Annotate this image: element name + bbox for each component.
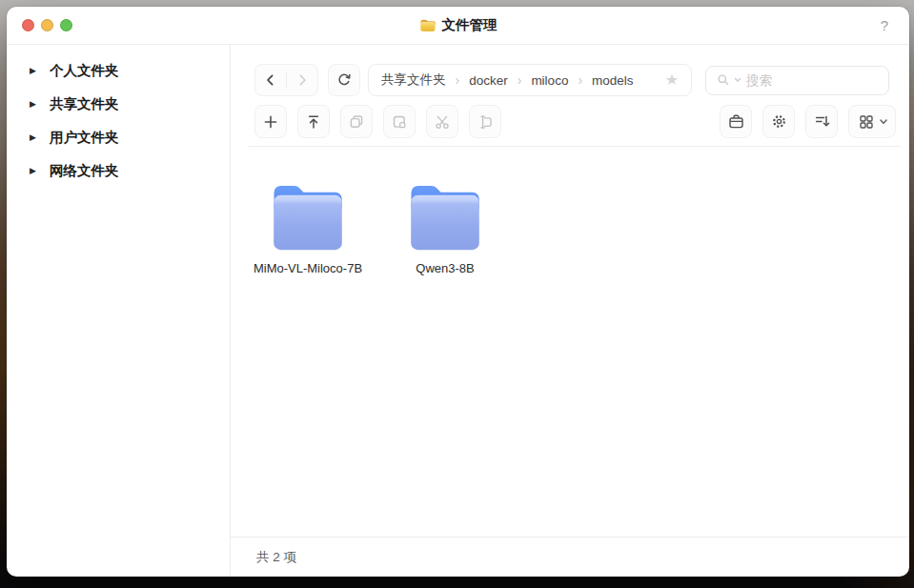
search-scope-caret-icon[interactable] (734, 77, 741, 83)
chevron-right-icon: ▶ (30, 133, 39, 142)
toolbox-button[interactable] (720, 105, 752, 138)
paste-icon (391, 113, 408, 131)
sidebar-item-label: 用户文件夹 (50, 129, 119, 147)
folder-name-label: Qwen3-8B (416, 261, 474, 275)
titlebar: 文件管理 ? (7, 7, 909, 45)
breadcrumb: 共享文件夹 › docker › miloco › models ★ (368, 64, 692, 96)
maximize-button[interactable] (60, 19, 72, 31)
breadcrumb-separator: › (518, 72, 522, 88)
folder-item-mimo-vl-miloco-7b[interactable]: MiMo-VL-Miloco-7B (239, 180, 376, 275)
rename-button[interactable] (469, 105, 501, 138)
back-button[interactable] (255, 65, 286, 95)
new-item-button[interactable] (254, 105, 287, 138)
chevron-right-icon: ▶ (30, 67, 39, 75)
grid-view-icon (858, 113, 875, 131)
file-grid: MiMo-VL-Miloco-7B Qwen3-8B (231, 147, 909, 537)
favorite-star-icon[interactable]: ★ (665, 72, 679, 88)
minimize-button[interactable] (41, 19, 53, 31)
settings-button[interactable] (762, 105, 795, 138)
cut-button[interactable] (426, 105, 458, 138)
navigation-row: 共享文件夹 › docker › miloco › models ★ (254, 64, 889, 96)
upload-button[interactable] (297, 105, 330, 138)
upload-icon (305, 113, 322, 131)
breadcrumb-item-shared-folder[interactable]: 共享文件夹 (381, 71, 446, 89)
sort-icon (813, 112, 831, 131)
folder-name-label: MiMo-VL-Miloco-7B (254, 261, 362, 275)
sidebar-item-shared-folder[interactable]: ▶ 共享文件夹 (7, 88, 230, 121)
chevron-right-icon: ▶ (30, 100, 39, 109)
item-count-text: 共 2 项 (256, 549, 296, 566)
toolbox-icon (727, 112, 745, 131)
copy-button[interactable] (340, 105, 373, 138)
refresh-button[interactable] (328, 64, 360, 96)
breadcrumb-separator: › (578, 72, 582, 88)
traffic-lights (22, 7, 72, 44)
sidebar: ▶ 个人文件夹 ▶ 共享文件夹 ▶ 用户文件夹 ▶ 网络文件夹 (7, 45, 231, 577)
chevron-right-icon (294, 71, 311, 89)
breadcrumb-item-miloco[interactable]: miloco (531, 73, 568, 88)
file-manager-window: 文件管理 ? ▶ 个人文件夹 ▶ 共享文件夹 ▶ 用户文件夹 ▶ 网络文件夹 (7, 7, 909, 577)
status-bar: 共 2 项 (231, 537, 909, 577)
refresh-icon (335, 71, 353, 89)
sidebar-item-label: 共享文件夹 (50, 95, 119, 113)
blue-folder-icon (408, 180, 482, 254)
chevron-down-icon (880, 119, 887, 125)
search-icon (716, 72, 731, 88)
chevron-left-icon (262, 71, 279, 89)
sidebar-item-user-folder[interactable]: ▶ 用户文件夹 (7, 121, 230, 154)
window-title-text: 文件管理 (442, 16, 498, 34)
sort-button[interactable] (805, 105, 838, 138)
main-panel: 共享文件夹 › docker › miloco › models ★ (231, 45, 909, 577)
window-title: 文件管理 (419, 16, 498, 34)
chevron-right-icon: ▶ (30, 167, 39, 175)
toolbar (254, 105, 896, 138)
history-button-group (254, 64, 318, 96)
blue-folder-icon (271, 180, 345, 254)
folder-item-qwen3-8b[interactable]: Qwen3-8B (376, 180, 514, 275)
search-input[interactable] (744, 72, 879, 89)
cut-scissors-icon (434, 113, 451, 131)
search-box (705, 66, 889, 95)
breadcrumb-separator: › (456, 72, 460, 88)
sidebar-item-label: 网络文件夹 (50, 162, 119, 180)
help-button[interactable]: ? (881, 7, 888, 44)
view-mode-button[interactable] (848, 105, 896, 138)
yellow-folder-icon (419, 18, 436, 32)
sidebar-item-personal-folder[interactable]: ▶ 个人文件夹 (7, 54, 230, 88)
breadcrumb-item-docker[interactable]: docker (469, 73, 508, 88)
view-tools-group (720, 105, 896, 138)
paste-button[interactable] (383, 105, 416, 138)
forward-button[interactable] (287, 65, 317, 95)
settings-gear-icon (770, 112, 788, 131)
plus-icon (262, 113, 279, 131)
breadcrumb-item-models[interactable]: models (592, 73, 634, 88)
rename-icon (477, 113, 494, 131)
close-button[interactable] (22, 19, 34, 31)
sidebar-item-label: 个人文件夹 (50, 62, 119, 80)
copy-icon (348, 113, 365, 131)
sidebar-item-network-folder[interactable]: ▶ 网络文件夹 (7, 154, 230, 188)
